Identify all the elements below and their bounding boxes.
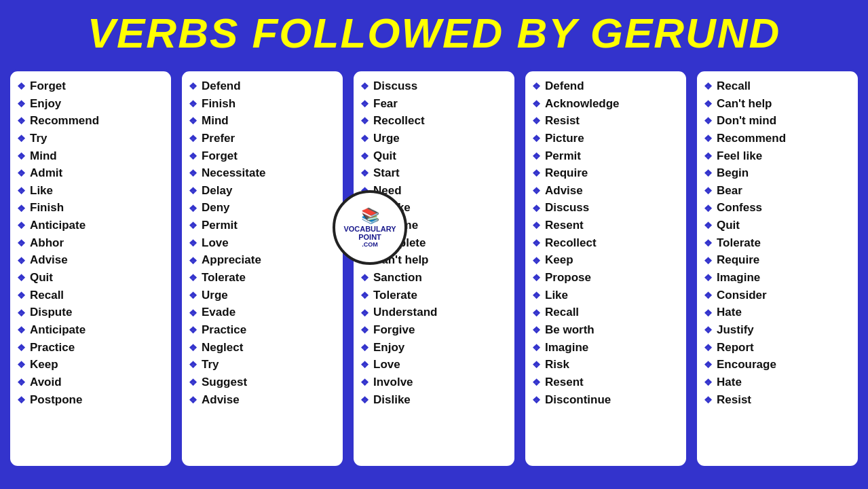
logo-text-bottom: .COM	[362, 241, 378, 248]
list-item: ❖Defend	[532, 78, 681, 95]
diamond-icon: ❖	[17, 289, 26, 302]
list-item: ❖Mind	[17, 148, 166, 165]
diamond-icon: ❖	[704, 393, 713, 407]
list-item: ❖Tolerate	[704, 235, 852, 252]
item-label: Discontinue	[545, 392, 611, 409]
list-item: ❖Admit	[17, 165, 166, 182]
list-item: ❖Mind	[189, 113, 337, 130]
item-label: Advise	[545, 183, 583, 200]
list-item: ❖Recollect	[532, 235, 681, 252]
list-item: ❖Anticipate	[17, 322, 166, 339]
list-item: ❖Resist	[532, 113, 681, 130]
diamond-icon: ❖	[189, 132, 197, 145]
list-item: ❖Confess	[704, 200, 852, 217]
item-label: Begin	[717, 165, 749, 182]
diamond-icon: ❖	[189, 306, 197, 320]
list-item: ❖Fear	[360, 96, 509, 113]
item-label: Advise	[202, 392, 240, 409]
item-label: Urge	[202, 287, 228, 304]
item-label: Evade	[202, 304, 235, 321]
item-label: Defend	[545, 78, 584, 95]
diamond-icon: ❖	[189, 254, 197, 268]
diamond-icon: ❖	[532, 358, 541, 372]
list-item: ❖Avoid	[17, 374, 166, 391]
item-label: Recollect	[373, 113, 425, 130]
diamond-icon: ❖	[704, 236, 713, 250]
item-label: Finish	[202, 96, 235, 113]
diamond-icon: ❖	[17, 341, 26, 355]
list-item: ❖Propose	[532, 270, 681, 287]
item-label: Recollect	[545, 235, 597, 252]
diamond-icon: ❖	[532, 166, 541, 180]
diamond-icon: ❖	[704, 166, 713, 180]
list-item: ❖Recommend	[17, 113, 166, 130]
diamond-icon: ❖	[360, 358, 369, 372]
list-item: ❖Permit	[189, 217, 337, 234]
item-label: Permit	[202, 217, 238, 234]
diamond-icon: ❖	[532, 393, 541, 407]
item-label: Prefer	[202, 130, 235, 147]
list-item: ❖Report	[704, 340, 852, 357]
item-label: Love	[373, 357, 400, 374]
item-label: Recall	[545, 304, 579, 321]
item-label: Don't mind	[717, 113, 776, 130]
diamond-icon: ❖	[532, 219, 541, 232]
list-item: ❖Understand	[360, 304, 509, 321]
diamond-icon: ❖	[360, 132, 369, 145]
item-label: Imagine	[545, 340, 588, 357]
item-label: Recall	[717, 78, 751, 95]
item-label: Suggest	[202, 374, 247, 391]
diamond-icon: ❖	[532, 306, 541, 320]
list-item: ❖Picture	[532, 130, 681, 147]
item-label: Advise	[30, 252, 68, 269]
list-item: ❖Dispute	[17, 304, 166, 321]
item-label: Urge	[373, 130, 400, 147]
diamond-icon: ❖	[704, 254, 713, 268]
item-label: Deny	[202, 200, 230, 217]
item-label: Feel like	[717, 148, 762, 165]
list-item: ❖Abhor	[17, 235, 166, 252]
item-label: Dispute	[30, 304, 72, 321]
item-label: Picture	[545, 130, 584, 147]
list-item: ❖Forget	[189, 148, 337, 165]
diamond-icon: ❖	[189, 97, 197, 111]
list-item: ❖Don't mind	[704, 113, 852, 130]
item-label: Try	[30, 130, 48, 147]
item-label: Sanction	[373, 270, 422, 287]
column-4: ❖Defend❖Acknowledge❖Resist❖Picture❖Permi…	[523, 69, 688, 468]
list-item: ❖Start	[360, 165, 509, 182]
diamond-icon: ❖	[532, 271, 541, 285]
diamond-icon: ❖	[532, 97, 541, 111]
item-label: Mind	[30, 148, 57, 165]
item-label: Postpone	[30, 392, 82, 409]
list-item: ❖Advise	[17, 252, 166, 269]
list-item: ❖Defend	[189, 78, 337, 95]
list-item: ❖Quit	[704, 217, 852, 234]
item-label: Understand	[373, 304, 437, 321]
item-label: Try	[202, 357, 219, 374]
list-item: ❖Enjoy	[360, 340, 509, 357]
list-item: ❖Anticipate	[17, 217, 166, 234]
diamond-icon: ❖	[360, 114, 369, 128]
list-item: ❖Require	[532, 165, 681, 182]
diamond-icon: ❖	[189, 236, 197, 250]
diamond-icon: ❖	[704, 376, 713, 389]
diamond-icon: ❖	[532, 184, 541, 198]
diamond-icon: ❖	[189, 114, 197, 128]
item-label: Quit	[373, 148, 396, 165]
list-item: ❖Forget	[17, 78, 166, 95]
item-label: Forget	[202, 148, 238, 165]
list-item: ❖Resist	[704, 392, 852, 409]
item-label: Admit	[30, 165, 62, 182]
item-label: Require	[717, 252, 759, 269]
diamond-icon: ❖	[704, 219, 713, 232]
diamond-icon: ❖	[704, 323, 713, 337]
diamond-icon: ❖	[704, 97, 713, 111]
item-label: Keep	[545, 252, 573, 269]
diamond-icon: ❖	[704, 289, 713, 302]
item-label: Consider	[717, 287, 767, 304]
diamond-icon: ❖	[17, 184, 26, 198]
diamond-icon: ❖	[532, 202, 541, 215]
list-item: ❖Can't help	[704, 96, 852, 113]
list-item: ❖Advise	[189, 392, 337, 409]
